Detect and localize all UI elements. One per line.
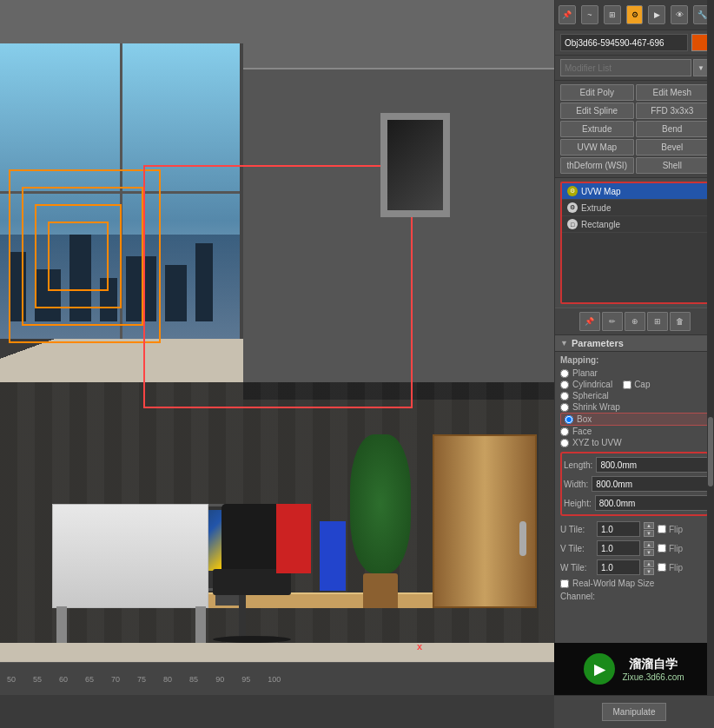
vtile-field[interactable] <box>597 540 640 556</box>
utile-label: U Tile: <box>560 525 593 534</box>
dimensions-group: Length: ▲ ▼ Width: ▲ ▼ Height: <box>560 452 709 516</box>
thdeform-button[interactable]: thDeform (WSI) <box>560 157 634 174</box>
manipulate-bar: Manipulate <box>554 695 714 728</box>
xyz-radio[interactable] <box>560 439 569 447</box>
stack-item-rectangle[interactable]: □ Rectangle <box>562 216 707 233</box>
stack-label-rectangle: Rectangle <box>581 220 620 229</box>
object-color-swatch[interactable] <box>691 34 709 51</box>
display-icon[interactable]: 👁 <box>671 5 688 24</box>
wtile-up-btn[interactable]: ▲ <box>644 560 654 567</box>
xyz-label: XYZ to UVW <box>572 438 622 447</box>
mapping-xyz-row: XYZ to UVW <box>560 437 709 448</box>
height-field[interactable] <box>595 495 714 511</box>
box-radio[interactable] <box>565 415 573 424</box>
edit-spline-button[interactable]: Edit Spline <box>560 103 634 119</box>
channel-label: Channel: <box>560 592 595 601</box>
cylindrical-radio[interactable] <box>560 381 569 389</box>
stack-icon-uvwmap: ⚙ <box>567 186 578 196</box>
edit-modifier-icon[interactable]: ✏ <box>602 312 623 331</box>
plant <box>346 434 415 608</box>
height-label: Height: <box>564 499 592 508</box>
uvwmap-button[interactable]: UVW Map <box>560 139 634 156</box>
instance-icon[interactable]: ⊞ <box>647 312 668 331</box>
wtile-label: W Tile: <box>560 563 593 572</box>
collapse-icon: ▼ <box>560 339 568 347</box>
wtile-down-btn[interactable]: ▼ <box>644 568 654 575</box>
vtile-flip-checkbox[interactable] <box>658 544 666 553</box>
stack-tools: 📌 ✏ ⊕ ⊞ 🗑 <box>555 308 714 335</box>
ruler-70: 70 <box>111 675 120 684</box>
wtile-flip-row: Flip <box>658 563 683 572</box>
parameters-header[interactable]: ▼ Parameters <box>555 335 714 352</box>
right-panel: 📌 ~ ⊞ ⚙ ▶ 👁 🔧 ▼ Edit Poly Edit Mesh Edit… <box>554 0 714 728</box>
viewport[interactable]: x 50 55 60 65 70 75 80 85 90 95 100 <box>0 0 554 695</box>
utile-flip-checkbox[interactable] <box>658 525 666 533</box>
length-label: Length: <box>564 460 592 470</box>
cap-checkbox[interactable] <box>623 381 631 389</box>
wtile-flip-checkbox[interactable] <box>658 563 666 572</box>
utile-up-btn[interactable]: ▲ <box>644 522 654 529</box>
graph-icon[interactable]: ~ <box>581 5 598 24</box>
bevel-button[interactable]: Bevel <box>636 139 710 156</box>
stack-item-extrude[interactable]: ⚙ Extrude <box>562 200 707 216</box>
plant-foliage <box>350 434 411 573</box>
plant-pot <box>363 573 398 608</box>
ruler-50: 50 <box>7 675 16 684</box>
wtile-field[interactable] <box>597 559 640 575</box>
vtile-label: V Tile: <box>560 544 593 553</box>
utile-spinner: ▲ ▼ <box>644 522 654 537</box>
ffd-button[interactable]: FFD 3x3x3 <box>636 103 710 119</box>
modifier-list-row: ▼ <box>555 56 714 81</box>
extrude-button[interactable]: Extrude <box>560 121 634 137</box>
ruler-100: 100 <box>268 675 281 684</box>
hierarchy-icon[interactable]: ⊞ <box>604 5 621 24</box>
pin-icon[interactable]: 📌 <box>559 5 576 24</box>
modifier-icon active-tab[interactable]: ⚙ <box>626 5 644 24</box>
stack-empty-area <box>562 233 707 302</box>
object-name-field[interactable] <box>560 34 688 51</box>
right-scrollbar[interactable] <box>707 0 714 695</box>
planar-label: Planar <box>572 368 598 378</box>
realworld-checkbox[interactable] <box>560 579 569 588</box>
realworld-row: Real-World Map Size <box>560 577 709 590</box>
motion-icon[interactable]: ▶ <box>648 5 665 24</box>
manipulate-button[interactable]: Manipulate <box>602 703 667 721</box>
utile-field[interactable] <box>597 521 640 537</box>
vtile-down-btn[interactable]: ▼ <box>644 549 654 556</box>
face-radio[interactable] <box>560 427 569 436</box>
wtile-row: W Tile: ▲ ▼ Flip <box>560 558 709 577</box>
edit-mesh-button[interactable]: Edit Mesh <box>636 84 710 101</box>
blue-item <box>311 521 346 608</box>
spherical-radio[interactable] <box>560 392 569 400</box>
shell-button[interactable]: Shell <box>636 157 710 174</box>
channel-icon[interactable]: ⊕ <box>625 312 645 331</box>
shrinkwrap-radio[interactable] <box>560 403 569 412</box>
ruler-55: 55 <box>33 675 42 684</box>
scroll-thumb[interactable] <box>708 417 713 486</box>
ruler-75: 75 <box>137 675 146 684</box>
ruler-65: 65 <box>85 675 94 684</box>
stack-item-uvwmap[interactable]: ⚙ UVW Map <box>562 183 707 200</box>
planar-radio[interactable] <box>560 369 569 378</box>
object-name-row <box>555 30 714 56</box>
width-row: Width: ▲ ▼ <box>564 474 705 493</box>
edit-poly-button[interactable]: Edit Poly <box>560 84 634 101</box>
utile-down-btn[interactable]: ▼ <box>644 530 654 537</box>
length-field[interactable] <box>596 457 714 473</box>
pin-modifier-icon[interactable]: 📌 <box>579 312 600 331</box>
vtile-flip-label: Flip <box>669 544 683 553</box>
stack-label-uvwmap: UVW Map <box>581 187 621 196</box>
vtile-up-btn[interactable]: ▲ <box>644 541 654 548</box>
delete-modifier-icon[interactable]: 🗑 <box>670 312 691 331</box>
ruler-85: 85 <box>189 675 198 684</box>
ruler-90: 90 <box>215 675 224 684</box>
modifier-list-dropdown[interactable] <box>560 59 691 76</box>
shrinkwrap-label: Shrink Wrap <box>572 402 620 412</box>
desk-leg-1 <box>56 606 67 643</box>
width-label: Width: <box>564 480 588 489</box>
mapping-cylindrical-row: Cylindrical Cap <box>560 379 709 390</box>
bend-button[interactable]: Bend <box>636 121 710 137</box>
realworld-label: Real-World Map Size <box>572 579 654 588</box>
width-field[interactable] <box>592 476 711 492</box>
modifier-stack: ⚙ UVW Map ⚙ Extrude □ Rectangle <box>560 182 709 304</box>
